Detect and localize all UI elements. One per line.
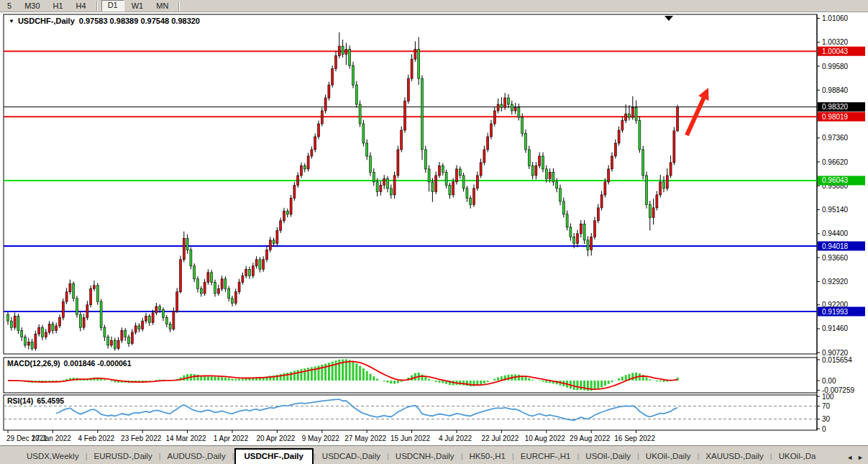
date-axis-label: 4 Jul 2022 xyxy=(439,435,472,442)
candle-body xyxy=(31,342,33,348)
symbol-tab-ukoil-da[interactable]: UKOil-,Da xyxy=(772,450,823,464)
candle-body xyxy=(652,208,654,217)
candle-body xyxy=(163,309,165,317)
date-axis-label: 1 Apr 2022 xyxy=(214,435,249,442)
candle-body xyxy=(504,98,506,107)
candle-body xyxy=(104,327,106,337)
candle-body xyxy=(466,188,468,198)
rsi-axis-label: 70 xyxy=(822,402,831,410)
candle-body xyxy=(594,221,596,237)
candle-body xyxy=(424,150,426,169)
candle-body xyxy=(452,182,454,195)
candle-body xyxy=(666,176,668,188)
candle-body xyxy=(234,292,237,304)
symbol-tab-eurchf-h1[interactable]: EURCHF-,H1 xyxy=(514,450,577,464)
candle-body xyxy=(562,201,565,214)
candle-body xyxy=(590,237,593,250)
candle-body xyxy=(131,332,133,344)
candle-body xyxy=(266,250,268,259)
candle-body xyxy=(673,131,675,163)
symbol-tab-usdcad-daily[interactable]: USDCAD-,Daily xyxy=(316,450,387,464)
candle-body xyxy=(556,182,558,188)
candle-body xyxy=(518,108,520,117)
price-axis-tick-label: 0.96620 xyxy=(822,158,849,166)
candle-body xyxy=(186,239,188,250)
macd-axis-label: 0.00 xyxy=(822,377,836,385)
candle-body xyxy=(180,260,182,292)
candle-body xyxy=(276,230,278,243)
symbol-tab-usdchf-daily[interactable]: USDCHF-,Daily xyxy=(234,448,314,464)
symbol-tab-xauusd-daily[interactable]: XAUUSD-,Daily xyxy=(699,450,770,464)
tab-scroll-left-button[interactable]: ◄ xyxy=(846,454,853,461)
candle-body xyxy=(100,301,102,327)
candle-body xyxy=(380,185,382,191)
symbol-tab-hk50-h1[interactable]: HK50-,H1 xyxy=(462,450,512,464)
candle-body xyxy=(376,182,378,191)
candle-body xyxy=(559,188,562,201)
candle-body xyxy=(525,134,527,150)
candle-body xyxy=(65,292,68,301)
candle-body xyxy=(342,46,344,54)
candle-body xyxy=(159,306,161,309)
candle-body xyxy=(542,156,544,169)
symbol-tab-eurusd-daily[interactable]: EURUSD-,Daily xyxy=(88,450,159,464)
candle-body xyxy=(86,305,88,318)
price-level-badge-label: 0.98019 xyxy=(822,113,849,121)
rsi-panel-frame xyxy=(4,395,817,430)
macd-name: MACD(12,26,9) xyxy=(7,359,60,368)
price-axis-tick-label: 1.00320 xyxy=(822,38,849,46)
candle-body xyxy=(577,234,579,243)
candle-body xyxy=(414,50,416,59)
candle-body xyxy=(352,65,355,85)
symbol-dropdown-icon[interactable]: ▼ xyxy=(9,18,14,24)
candle-body xyxy=(387,178,389,188)
candle-body xyxy=(497,104,499,111)
symbol-tab-usdx-weekly[interactable]: USDX,Weekly xyxy=(20,450,86,464)
symbol-tab-ukoil-daily[interactable]: UKOil-,Daily xyxy=(639,450,698,464)
candle-body xyxy=(314,137,316,150)
candle-body xyxy=(473,188,475,204)
candle-body xyxy=(96,286,99,301)
candle-body xyxy=(7,314,9,321)
symbol-tab-usoil-daily[interactable]: USOil-,Daily xyxy=(579,450,637,464)
candle-body xyxy=(17,316,19,330)
candle-body xyxy=(511,104,513,111)
candle-body xyxy=(573,237,575,243)
candle-body xyxy=(631,108,634,117)
candle-body xyxy=(480,163,482,176)
candle-body xyxy=(618,130,620,143)
price-axis-tick-label: 1.01060 xyxy=(822,14,849,22)
candle-body xyxy=(459,169,461,176)
candle-body xyxy=(483,150,485,163)
candle-body xyxy=(397,150,399,176)
candle-body xyxy=(604,182,606,195)
candle-body xyxy=(176,292,178,311)
rsi-indicator-label: RSI(14)65.4595 xyxy=(7,396,64,405)
candle-body xyxy=(232,299,234,304)
date-axis-label: 9 May 2022 xyxy=(302,435,340,442)
candle-body xyxy=(445,172,447,185)
candle-body xyxy=(355,85,357,104)
tab-scrollers: ◄► xyxy=(846,454,868,464)
candle-body xyxy=(42,327,44,337)
symbol-tab-audusd-daily[interactable]: AUDUSD-,Daily xyxy=(161,450,232,464)
candle-body xyxy=(269,240,271,250)
candle-body xyxy=(283,211,285,220)
date-axis-label: 4 Feb 2022 xyxy=(78,435,114,442)
candle-body xyxy=(165,318,168,324)
symbol-tab-usdcnh-daily[interactable]: USDCNH-,Daily xyxy=(389,450,461,464)
candle-body xyxy=(390,188,392,195)
date-axis: 29 Dec 202117 Jan 20224 Feb 202223 Feb 2… xyxy=(6,430,655,442)
candle-body xyxy=(328,85,330,98)
mt4-window: 5M30H1H4D1W1MN 1.010601.003200.995800.98… xyxy=(0,0,868,464)
price-level-badge-label: 0.98320 xyxy=(822,103,849,111)
candle-body xyxy=(183,239,185,260)
candle-body xyxy=(286,211,288,214)
tab-scroll-right-button[interactable]: ► xyxy=(857,454,864,461)
candle-body xyxy=(393,176,396,195)
candle-body xyxy=(642,150,644,176)
price-level-badge-label: 0.91993 xyxy=(822,308,849,316)
candle-body xyxy=(608,169,610,182)
candle-body xyxy=(93,286,96,288)
candle-body xyxy=(107,337,109,345)
